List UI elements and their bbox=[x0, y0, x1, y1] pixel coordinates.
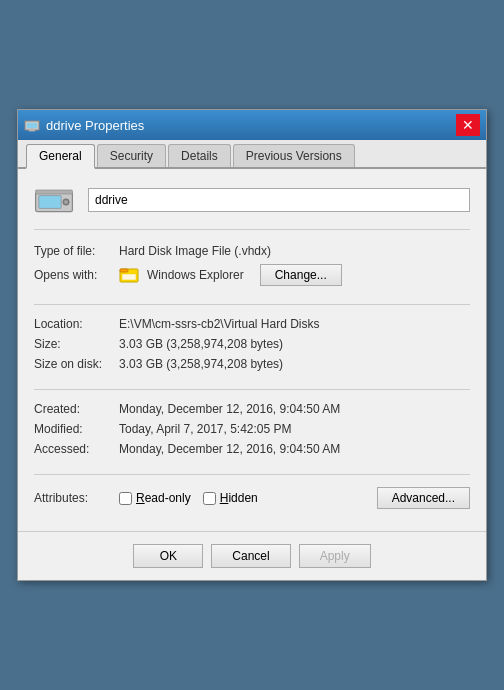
hidden-checkbox-label[interactable]: Hidden bbox=[203, 491, 258, 505]
accessed-label: Accessed: bbox=[34, 442, 119, 456]
readonly-checkbox-label[interactable]: Read-only bbox=[119, 491, 191, 505]
location-row: Location: E:\VM\cm-ssrs-cb2\Virtual Hard… bbox=[34, 317, 470, 331]
file-header bbox=[34, 185, 470, 230]
advanced-button[interactable]: Advanced... bbox=[377, 487, 470, 509]
modified-label: Modified: bbox=[34, 422, 119, 436]
attributes-section: Attributes: Read-only Hidden Advanced... bbox=[34, 487, 470, 509]
svg-rect-8 bbox=[36, 190, 73, 194]
type-label: Type of file: bbox=[34, 244, 119, 258]
size-row: Size: 3.03 GB (3,258,974,208 bytes) bbox=[34, 337, 470, 351]
drive-icon bbox=[34, 185, 74, 215]
opens-with-app: Windows Explorer bbox=[147, 268, 244, 282]
tab-details[interactable]: Details bbox=[168, 144, 231, 167]
hidden-checkbox[interactable] bbox=[203, 492, 216, 505]
size-on-disk-label: Size on disk: bbox=[34, 357, 119, 371]
accessed-value: Monday, December 12, 2016, 9:04:50 AM bbox=[119, 442, 340, 456]
created-row: Created: Monday, December 12, 2016, 9:04… bbox=[34, 402, 470, 416]
dates-section: Created: Monday, December 12, 2016, 9:04… bbox=[34, 402, 470, 475]
opens-with-label: Opens with: bbox=[34, 268, 119, 282]
cancel-button[interactable]: Cancel bbox=[211, 544, 290, 568]
attr-controls: Read-only Hidden Advanced... bbox=[119, 487, 470, 509]
attributes-label: Attributes: bbox=[34, 491, 119, 505]
file-name-input[interactable] bbox=[88, 188, 470, 212]
title-text: ddrive Properties bbox=[46, 118, 144, 133]
window-icon bbox=[24, 117, 40, 133]
type-row: Type of file: Hard Disk Image File (.vhd… bbox=[34, 244, 470, 258]
size-value: 3.03 GB (3,258,974,208 bytes) bbox=[119, 337, 283, 351]
change-button[interactable]: Change... bbox=[260, 264, 342, 286]
opens-with-row: Opens with: Windows Explorer Change... bbox=[34, 264, 470, 286]
svg-rect-11 bbox=[122, 274, 136, 280]
readonly-label: Read-only bbox=[136, 491, 191, 505]
created-value: Monday, December 12, 2016, 9:04:50 AM bbox=[119, 402, 340, 416]
readonly-checkbox[interactable] bbox=[119, 492, 132, 505]
ok-button[interactable]: OK bbox=[133, 544, 203, 568]
explorer-icon bbox=[119, 265, 139, 285]
file-info-section: Type of file: Hard Disk Image File (.vhd… bbox=[34, 244, 470, 305]
footer: OK Cancel Apply bbox=[18, 531, 486, 580]
svg-rect-5 bbox=[39, 196, 61, 209]
svg-point-7 bbox=[64, 200, 67, 203]
svg-rect-1 bbox=[27, 123, 37, 128]
tabs-bar: General Security Details Previous Versio… bbox=[18, 140, 486, 169]
title-bar-left: ddrive Properties bbox=[24, 117, 144, 133]
tab-security[interactable]: Security bbox=[97, 144, 166, 167]
title-bar: ddrive Properties ✕ bbox=[18, 110, 486, 140]
size-label: Size: bbox=[34, 337, 119, 351]
size-on-disk-value: 3.03 GB (3,258,974,208 bytes) bbox=[119, 357, 283, 371]
modified-row: Modified: Today, April 7, 2017, 5:42:05 … bbox=[34, 422, 470, 436]
hidden-label: Hidden bbox=[220, 491, 258, 505]
tab-general[interactable]: General bbox=[26, 144, 95, 169]
location-value: E:\VM\cm-ssrs-cb2\Virtual Hard Disks bbox=[119, 317, 319, 331]
type-value: Hard Disk Image File (.vhdx) bbox=[119, 244, 271, 258]
svg-rect-10 bbox=[120, 269, 128, 272]
modified-value: Today, April 7, 2017, 5:42:05 PM bbox=[119, 422, 292, 436]
accessed-row: Accessed: Monday, December 12, 2016, 9:0… bbox=[34, 442, 470, 456]
tab-previous-versions[interactable]: Previous Versions bbox=[233, 144, 355, 167]
apply-button[interactable]: Apply bbox=[299, 544, 371, 568]
tab-content: Type of file: Hard Disk Image File (.vhd… bbox=[18, 169, 486, 531]
svg-rect-3 bbox=[30, 129, 34, 131]
location-label: Location: bbox=[34, 317, 119, 331]
location-size-section: Location: E:\VM\cm-ssrs-cb2\Virtual Hard… bbox=[34, 317, 470, 390]
created-label: Created: bbox=[34, 402, 119, 416]
close-button[interactable]: ✕ bbox=[456, 114, 480, 136]
opens-with-content: Windows Explorer Change... bbox=[119, 264, 470, 286]
size-on-disk-row: Size on disk: 3.03 GB (3,258,974,208 byt… bbox=[34, 357, 470, 371]
properties-window: ddrive Properties ✕ General Security Det… bbox=[17, 109, 487, 581]
